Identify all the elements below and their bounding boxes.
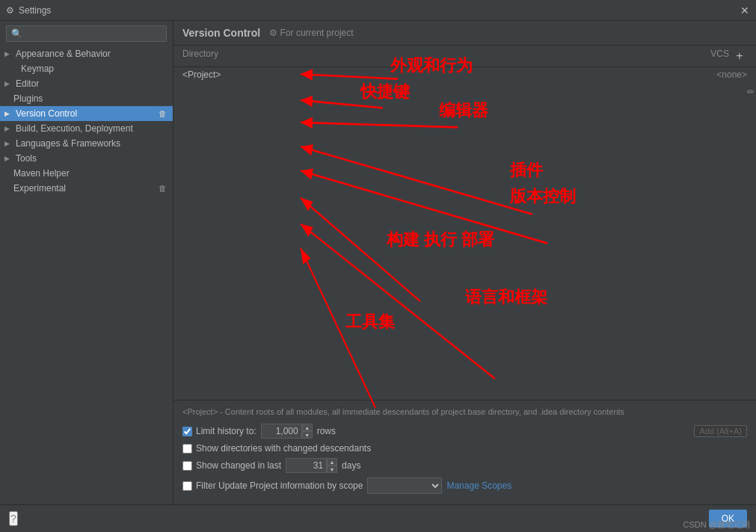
spinner-up[interactable]: ▲	[302, 424, 313, 431]
limit-history-input[interactable]: ▲ ▼	[261, 424, 313, 439]
filter-update-checkbox[interactable]	[182, 481, 192, 491]
footer: ? OK CSDN @微笔记用	[0, 504, 756, 532]
sidebar-item-build[interactable]: ▶ Build, Execution, Deployment	[0, 121, 173, 136]
show-dirs-checkbox[interactable]	[182, 444, 192, 454]
spinner-up[interactable]: ▲	[327, 458, 337, 466]
spinner-down[interactable]: ▼	[302, 431, 313, 439]
annotation-yuyan: 语言和框架	[465, 286, 547, 309]
arrow-icon: ▶	[4, 155, 10, 162]
limit-history-row: Limit history to: ▲ ▼ rows Add (Alt+A)	[182, 424, 747, 439]
arrow-icon: ▶	[4, 50, 10, 58]
days-label: days	[342, 460, 360, 471]
show-changed-row: Show changed in last ▲ ▼ days	[182, 458, 747, 473]
add-vcs-button[interactable]: +	[732, 49, 747, 64]
limit-history-value[interactable]	[261, 424, 302, 439]
show-dirs-label[interactable]: Show directories with changed descendant…	[182, 443, 371, 454]
sidebar-item-keymap[interactable]: Keymap	[0, 61, 173, 76]
sidebar-item-label: Maven Helper	[13, 168, 70, 179]
svg-line-4	[301, 171, 547, 244]
annotation-kuaijie: 快捷键	[360, 81, 410, 103]
svg-line-1	[301, 100, 383, 108]
sidebar-item-appearance[interactable]: ▶ Appearance & Behavior	[0, 46, 173, 61]
bottom-section: <Project> - Content roots of all modules…	[173, 400, 756, 504]
svg-line-2	[301, 123, 458, 127]
show-changed-checkbox[interactable]	[182, 461, 192, 471]
sidebar-item-label: Languages & Frameworks	[16, 138, 120, 149]
sidebar-item-languages[interactable]: ▶ Languages & Frameworks	[0, 136, 173, 151]
sidebar-item-label: Plugins	[13, 93, 43, 104]
spinner-down[interactable]: ▼	[327, 466, 337, 473]
arrow-icon: ▶	[4, 110, 10, 117]
sidebar-item-label: Version Control	[16, 108, 77, 119]
limit-history-checkbox[interactable]	[182, 427, 192, 436]
sidebar-item-label: Appearance & Behavior	[16, 49, 111, 59]
window-title-bar: ⚙ Settings	[6, 5, 51, 16]
filter-update-label[interactable]: Filter Update Project information by sco…	[182, 480, 363, 491]
search-input[interactable]	[6, 25, 167, 42]
panel-subtitle: ⚙ For current project	[269, 28, 353, 38]
arrow-icon: ▶	[4, 125, 10, 132]
sidebar-item-editor[interactable]: ▶ Editor	[0, 76, 173, 91]
sidebar-item-label: Build, Execution, Deployment	[16, 123, 133, 134]
sidebar-item-label: Tools	[16, 153, 37, 164]
window-icon: ⚙	[6, 5, 14, 16]
table-row: <Project> <none>	[173, 67, 756, 82]
svg-line-5	[301, 198, 420, 301]
sidebar-item-label: Editor	[16, 78, 39, 89]
svg-line-3	[301, 146, 532, 214]
sidebar: ▶ Appearance & Behavior Keymap ▶ Editor …	[0, 21, 173, 504]
add-shortcut-btn[interactable]: Add (Alt+A)	[694, 425, 747, 437]
help-button[interactable]: ?	[9, 511, 18, 526]
scope-select[interactable]	[367, 477, 442, 494]
rows-label: rows	[317, 426, 336, 436]
table-cell-vcs: <none>	[687, 69, 747, 80]
sidebar-item-experimental[interactable]: Experimental 🗑	[0, 181, 173, 196]
edit-button[interactable]: ✏	[746, 85, 756, 99]
sidebar-item-version-control[interactable]: ▶ Version Control 🗑	[0, 106, 173, 121]
sidebar-item-tools[interactable]: ▶ Tools	[0, 151, 173, 166]
annotation-banben: 版本控制	[510, 185, 576, 208]
show-changed-days[interactable]	[286, 458, 327, 473]
table-cell-directory: <Project>	[182, 69, 687, 80]
ok-button[interactable]: OK	[709, 510, 747, 528]
sidebar-item-plugins[interactable]: Plugins	[0, 91, 173, 106]
sidebar-item-label: Experimental	[13, 183, 66, 194]
annotation-gouzhi: 构建 执行 部署	[387, 229, 494, 251]
manage-scopes-link[interactable]: Manage Scopes	[446, 480, 511, 491]
project-description: <Project> - Content roots of all modules…	[182, 406, 747, 418]
right-panel: Version Control ⚙ For current project Di…	[173, 21, 756, 504]
window-controls: ✕	[740, 5, 750, 16]
limit-history-label[interactable]: Limit history to:	[182, 426, 256, 436]
sidebar-item-maven-helper[interactable]: Maven Helper	[0, 166, 173, 181]
delete-icon[interactable]: 🗑	[159, 109, 167, 118]
panel-title: Version Control	[182, 27, 260, 39]
svg-line-6	[301, 224, 495, 379]
svg-line-7	[301, 248, 375, 408]
col-vcs-header: VCS	[669, 49, 729, 64]
annotation-gongju: 工具集	[345, 311, 395, 333]
arrow-icon: ▶	[4, 140, 10, 147]
annotation-bianji: 编辑器	[439, 99, 488, 122]
window-title: Settings	[19, 5, 51, 16]
delete-icon[interactable]: 🗑	[159, 184, 167, 193]
sidebar-item-label: Keymap	[21, 64, 54, 74]
show-changed-label[interactable]: Show changed in last	[182, 460, 281, 471]
arrow-icon: ▶	[4, 80, 10, 87]
annotation-chajian: 插件	[510, 159, 543, 182]
show-dirs-row: Show directories with changed descendant…	[182, 443, 747, 454]
col-directory-header: Directory	[182, 49, 669, 64]
panel-header: Version Control ⚙ For current project	[173, 21, 756, 46]
show-changed-input[interactable]: ▲ ▼	[286, 458, 337, 473]
close-button[interactable]: ✕	[740, 5, 750, 16]
table-header: Directory VCS +	[173, 46, 756, 67]
filter-update-row: Filter Update Project information by sco…	[182, 477, 747, 494]
